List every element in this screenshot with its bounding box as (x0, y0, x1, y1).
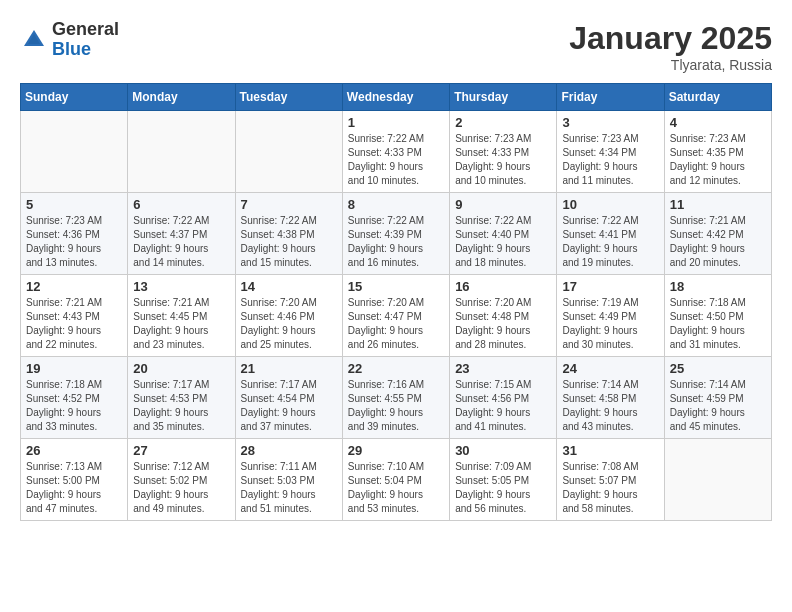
sub-title: Tlyarata, Russia (569, 57, 772, 73)
day-number: 12 (26, 279, 122, 294)
main-title: January 2025 (569, 20, 772, 57)
day-number: 6 (133, 197, 229, 212)
calendar-cell: 27Sunrise: 7:12 AMSunset: 5:02 PMDayligh… (128, 439, 235, 521)
day-number: 26 (26, 443, 122, 458)
day-number: 11 (670, 197, 766, 212)
day-info: Sunrise: 7:23 AMSunset: 4:35 PMDaylight:… (670, 132, 766, 188)
page-header: General Blue January 2025 Tlyarata, Russ… (20, 20, 772, 73)
calendar-cell: 2Sunrise: 7:23 AMSunset: 4:33 PMDaylight… (450, 111, 557, 193)
calendar-cell: 29Sunrise: 7:10 AMSunset: 5:04 PMDayligh… (342, 439, 449, 521)
day-info: Sunrise: 7:22 AMSunset: 4:33 PMDaylight:… (348, 132, 444, 188)
calendar-cell: 31Sunrise: 7:08 AMSunset: 5:07 PMDayligh… (557, 439, 664, 521)
calendar-cell: 17Sunrise: 7:19 AMSunset: 4:49 PMDayligh… (557, 275, 664, 357)
day-info: Sunrise: 7:10 AMSunset: 5:04 PMDaylight:… (348, 460, 444, 516)
calendar-cell: 24Sunrise: 7:14 AMSunset: 4:58 PMDayligh… (557, 357, 664, 439)
calendar-cell: 9Sunrise: 7:22 AMSunset: 4:40 PMDaylight… (450, 193, 557, 275)
calendar-week-3: 19Sunrise: 7:18 AMSunset: 4:52 PMDayligh… (21, 357, 772, 439)
day-info: Sunrise: 7:22 AMSunset: 4:37 PMDaylight:… (133, 214, 229, 270)
header-friday: Friday (557, 84, 664, 111)
day-info: Sunrise: 7:23 AMSunset: 4:34 PMDaylight:… (562, 132, 658, 188)
calendar-cell: 25Sunrise: 7:14 AMSunset: 4:59 PMDayligh… (664, 357, 771, 439)
day-number: 22 (348, 361, 444, 376)
day-info: Sunrise: 7:14 AMSunset: 4:58 PMDaylight:… (562, 378, 658, 434)
day-number: 14 (241, 279, 337, 294)
day-number: 28 (241, 443, 337, 458)
logo-icon (20, 26, 48, 54)
day-info: Sunrise: 7:21 AMSunset: 4:43 PMDaylight:… (26, 296, 122, 352)
day-number: 7 (241, 197, 337, 212)
day-info: Sunrise: 7:11 AMSunset: 5:03 PMDaylight:… (241, 460, 337, 516)
calendar-table: Sunday Monday Tuesday Wednesday Thursday… (20, 83, 772, 521)
day-number: 19 (26, 361, 122, 376)
calendar-cell (128, 111, 235, 193)
header-row: Sunday Monday Tuesday Wednesday Thursday… (21, 84, 772, 111)
day-info: Sunrise: 7:20 AMSunset: 4:47 PMDaylight:… (348, 296, 444, 352)
calendar-cell: 23Sunrise: 7:15 AMSunset: 4:56 PMDayligh… (450, 357, 557, 439)
calendar-cell: 18Sunrise: 7:18 AMSunset: 4:50 PMDayligh… (664, 275, 771, 357)
calendar-cell (664, 439, 771, 521)
day-number: 16 (455, 279, 551, 294)
header-thursday: Thursday (450, 84, 557, 111)
calendar-cell: 19Sunrise: 7:18 AMSunset: 4:52 PMDayligh… (21, 357, 128, 439)
day-info: Sunrise: 7:23 AMSunset: 4:33 PMDaylight:… (455, 132, 551, 188)
calendar-cell: 14Sunrise: 7:20 AMSunset: 4:46 PMDayligh… (235, 275, 342, 357)
calendar-header: Sunday Monday Tuesday Wednesday Thursday… (21, 84, 772, 111)
day-number: 25 (670, 361, 766, 376)
day-number: 5 (26, 197, 122, 212)
day-number: 2 (455, 115, 551, 130)
calendar-cell: 12Sunrise: 7:21 AMSunset: 4:43 PMDayligh… (21, 275, 128, 357)
day-info: Sunrise: 7:23 AMSunset: 4:36 PMDaylight:… (26, 214, 122, 270)
calendar-cell (235, 111, 342, 193)
calendar-cell: 15Sunrise: 7:20 AMSunset: 4:47 PMDayligh… (342, 275, 449, 357)
day-number: 1 (348, 115, 444, 130)
day-info: Sunrise: 7:21 AMSunset: 4:42 PMDaylight:… (670, 214, 766, 270)
day-info: Sunrise: 7:18 AMSunset: 4:52 PMDaylight:… (26, 378, 122, 434)
calendar-cell: 28Sunrise: 7:11 AMSunset: 5:03 PMDayligh… (235, 439, 342, 521)
day-info: Sunrise: 7:22 AMSunset: 4:41 PMDaylight:… (562, 214, 658, 270)
logo: General Blue (20, 20, 119, 60)
calendar-cell: 6Sunrise: 7:22 AMSunset: 4:37 PMDaylight… (128, 193, 235, 275)
calendar-body: 1Sunrise: 7:22 AMSunset: 4:33 PMDaylight… (21, 111, 772, 521)
calendar-cell: 10Sunrise: 7:22 AMSunset: 4:41 PMDayligh… (557, 193, 664, 275)
calendar-cell: 3Sunrise: 7:23 AMSunset: 4:34 PMDaylight… (557, 111, 664, 193)
day-info: Sunrise: 7:18 AMSunset: 4:50 PMDaylight:… (670, 296, 766, 352)
day-info: Sunrise: 7:22 AMSunset: 4:39 PMDaylight:… (348, 214, 444, 270)
logo-text: General Blue (52, 20, 119, 60)
calendar-week-2: 12Sunrise: 7:21 AMSunset: 4:43 PMDayligh… (21, 275, 772, 357)
day-info: Sunrise: 7:19 AMSunset: 4:49 PMDaylight:… (562, 296, 658, 352)
logo-blue: Blue (52, 40, 119, 60)
calendar-cell: 4Sunrise: 7:23 AMSunset: 4:35 PMDaylight… (664, 111, 771, 193)
day-number: 13 (133, 279, 229, 294)
day-number: 20 (133, 361, 229, 376)
calendar-cell: 1Sunrise: 7:22 AMSunset: 4:33 PMDaylight… (342, 111, 449, 193)
header-tuesday: Tuesday (235, 84, 342, 111)
header-monday: Monday (128, 84, 235, 111)
day-number: 18 (670, 279, 766, 294)
day-info: Sunrise: 7:08 AMSunset: 5:07 PMDaylight:… (562, 460, 658, 516)
calendar-cell: 30Sunrise: 7:09 AMSunset: 5:05 PMDayligh… (450, 439, 557, 521)
day-number: 8 (348, 197, 444, 212)
day-number: 10 (562, 197, 658, 212)
day-info: Sunrise: 7:22 AMSunset: 4:38 PMDaylight:… (241, 214, 337, 270)
day-info: Sunrise: 7:14 AMSunset: 4:59 PMDaylight:… (670, 378, 766, 434)
calendar-cell: 7Sunrise: 7:22 AMSunset: 4:38 PMDaylight… (235, 193, 342, 275)
calendar-week-1: 5Sunrise: 7:23 AMSunset: 4:36 PMDaylight… (21, 193, 772, 275)
day-info: Sunrise: 7:15 AMSunset: 4:56 PMDaylight:… (455, 378, 551, 434)
day-info: Sunrise: 7:17 AMSunset: 4:54 PMDaylight:… (241, 378, 337, 434)
day-info: Sunrise: 7:20 AMSunset: 4:46 PMDaylight:… (241, 296, 337, 352)
day-info: Sunrise: 7:22 AMSunset: 4:40 PMDaylight:… (455, 214, 551, 270)
day-info: Sunrise: 7:16 AMSunset: 4:55 PMDaylight:… (348, 378, 444, 434)
calendar-cell (21, 111, 128, 193)
calendar-cell: 22Sunrise: 7:16 AMSunset: 4:55 PMDayligh… (342, 357, 449, 439)
day-info: Sunrise: 7:20 AMSunset: 4:48 PMDaylight:… (455, 296, 551, 352)
calendar-cell: 8Sunrise: 7:22 AMSunset: 4:39 PMDaylight… (342, 193, 449, 275)
title-block: January 2025 Tlyarata, Russia (569, 20, 772, 73)
day-number: 30 (455, 443, 551, 458)
day-number: 27 (133, 443, 229, 458)
calendar-cell: 21Sunrise: 7:17 AMSunset: 4:54 PMDayligh… (235, 357, 342, 439)
day-number: 24 (562, 361, 658, 376)
day-number: 4 (670, 115, 766, 130)
header-sunday: Sunday (21, 84, 128, 111)
day-number: 23 (455, 361, 551, 376)
day-number: 15 (348, 279, 444, 294)
